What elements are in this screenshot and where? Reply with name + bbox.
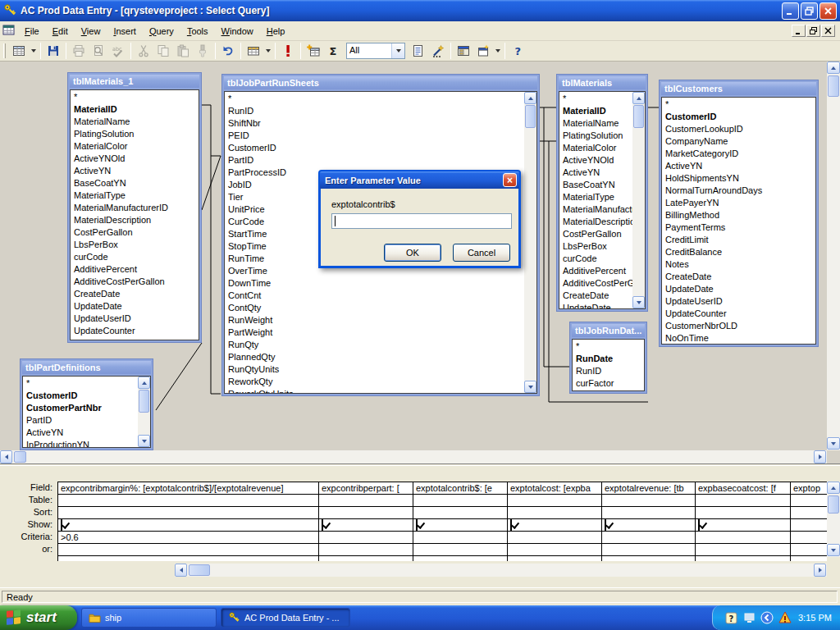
scroll-right-icon[interactable] [814, 564, 826, 577]
task-button-ship[interactable]: ship [81, 608, 217, 628]
run-button[interactable] [278, 42, 298, 60]
totals-button[interactable]: Σ [323, 42, 343, 60]
design-vertical-scrollbar[interactable] [827, 62, 840, 450]
design-horizontal-scrollbar[interactable] [0, 450, 827, 463]
field-item[interactable]: ActiveYNOld [559, 154, 632, 167]
sort-cell[interactable] [58, 507, 319, 519]
field-item[interactable]: CreateDate [71, 288, 199, 300]
query-type-button[interactable] [244, 42, 263, 60]
criteria-cell[interactable] [791, 532, 827, 544]
field-item[interactable]: AdditiveCostPerGallon [71, 276, 199, 288]
criteria-cell[interactable] [508, 532, 602, 544]
or-cell[interactable] [413, 544, 508, 556]
close-button[interactable] [819, 2, 837, 20]
scroll-down-icon[interactable] [827, 437, 840, 450]
field-item[interactable]: RunQtyUnits [225, 363, 524, 376]
table-window-tblcustomers[interactable]: tblCustomers*CustomerIDCustomerLookupIDC… [659, 80, 819, 347]
field-item[interactable]: BaseCoatYN [71, 177, 199, 189]
sort-cell[interactable] [791, 507, 827, 519]
field-item[interactable]: RunDate [573, 353, 644, 365]
field-item[interactable]: Notes [662, 258, 815, 271]
table-window-title[interactable]: tblJobRunDat... [572, 324, 645, 337]
scroll-up-icon[interactable] [827, 62, 840, 74]
new-object-button[interactable] [473, 42, 493, 60]
field-item[interactable]: ReworkQtyUnits [225, 388, 524, 393]
field-item[interactable]: CostPerGallon [71, 226, 199, 239]
field-item[interactable]: CustomerNbrOLD [662, 320, 815, 332]
criteria-cell[interactable]: >0.6 [58, 532, 319, 544]
or-cell[interactable] [696, 544, 791, 556]
field-item[interactable]: * [225, 93, 524, 105]
table-window-title[interactable]: tblCustomers [661, 82, 816, 95]
field-item[interactable]: HoldShipmentsYN [662, 172, 815, 185]
field-cell[interactable]: expcontribmargin%: [exptotalcontrib$]/[e… [58, 482, 319, 495]
or-cell[interactable] [602, 544, 696, 556]
scroll-down-icon[interactable] [138, 435, 150, 447]
or-cell[interactable] [508, 544, 602, 556]
menu-edit[interactable]: Edit [46, 24, 75, 39]
view-datasheet-dropdown-icon[interactable] [29, 42, 38, 60]
new-object-dropdown-icon[interactable] [493, 42, 502, 60]
show-checkbox[interactable] [698, 519, 700, 531]
undo-button[interactable] [218, 42, 238, 60]
field-item[interactable]: CreateDate [559, 290, 632, 302]
view-datasheet-button[interactable] [9, 42, 29, 60]
query-window-icon[interactable] [2, 24, 15, 38]
field-item[interactable]: UpdateCounter [662, 308, 815, 320]
field-item[interactable]: UpdateUserID [662, 295, 815, 308]
menu-file[interactable]: File [18, 24, 46, 39]
field-item[interactable]: RunWeight [225, 314, 524, 326]
field-cell[interactable]: exptotalcontrib$: [e [413, 482, 508, 495]
field-item[interactable]: PlannedQty [225, 351, 524, 363]
sort-cell[interactable] [602, 507, 696, 519]
field-item[interactable]: MaterialManufacturerID [559, 203, 632, 216]
table-cell[interactable] [58, 495, 319, 507]
field-item[interactable]: PartID [23, 414, 138, 427]
field-item[interactable]: curCode [559, 253, 632, 265]
field-item[interactable]: CustomerLookupID [662, 123, 815, 135]
show-cell[interactable] [58, 519, 319, 532]
field-item[interactable]: PlatingSolution [559, 130, 632, 142]
field-item[interactable]: MaterialDescription [71, 214, 199, 226]
help-button[interactable]: ? [508, 42, 527, 60]
show-cell[interactable] [602, 519, 696, 532]
criteria-cell[interactable] [696, 532, 791, 544]
field-item[interactable]: CreditLimit [662, 234, 815, 246]
start-button[interactable]: start [0, 605, 77, 630]
scroll-thumb[interactable] [139, 390, 149, 413]
table-window-tblpartdefinitions[interactable]: tblPartDefinitions*CustomerIDCustomerPar… [20, 358, 153, 450]
toolbar-grip[interactable] [3, 43, 6, 58]
field-item[interactable]: CompanyName [662, 135, 815, 148]
task-button-acproddataentry[interactable]: AC Prod Data Entry - ... [221, 608, 350, 628]
menu-query[interactable]: Query [143, 24, 180, 39]
field-item[interactable]: BaseCoatYN [559, 179, 632, 191]
field-item[interactable]: CreateDate [662, 271, 815, 283]
table-cell[interactable] [602, 495, 696, 507]
scroll-up-icon[interactable] [138, 377, 150, 389]
grid-vertical-scrollbar[interactable] [827, 482, 840, 557]
scroll-thumb[interactable] [189, 564, 210, 576]
field-item[interactable]: MaterialID [559, 105, 632, 117]
sort-cell[interactable] [696, 507, 791, 519]
field-item[interactable]: MaterialManufacturerID [71, 202, 199, 214]
show-cell[interactable] [508, 519, 602, 532]
properties-button[interactable] [409, 42, 428, 60]
table-cell[interactable] [791, 495, 827, 507]
field-item[interactable]: BillingMethod [662, 209, 815, 221]
scroll-left-icon[interactable] [175, 564, 187, 577]
scroll-thumb[interactable] [525, 105, 536, 128]
parameter-input[interactable] [331, 213, 512, 229]
field-cell[interactable]: expbasecoatcost: [f [696, 482, 791, 495]
field-item[interactable]: PartWeight [225, 326, 524, 339]
field-item[interactable]: * [559, 93, 632, 105]
scroll-up-icon[interactable] [827, 482, 840, 494]
show-checkbox[interactable] [416, 519, 418, 531]
criteria-cell[interactable] [319, 532, 413, 544]
cancel-button[interactable]: Cancel [453, 244, 510, 262]
field-item[interactable]: CreditBalance [662, 246, 815, 258]
show-checkbox[interactable] [322, 519, 323, 531]
scroll-thumb[interactable] [828, 495, 839, 514]
show-cell[interactable] [319, 519, 413, 532]
menu-window[interactable]: Window [215, 24, 260, 39]
field-item[interactable]: AdditivePercent [71, 263, 199, 276]
